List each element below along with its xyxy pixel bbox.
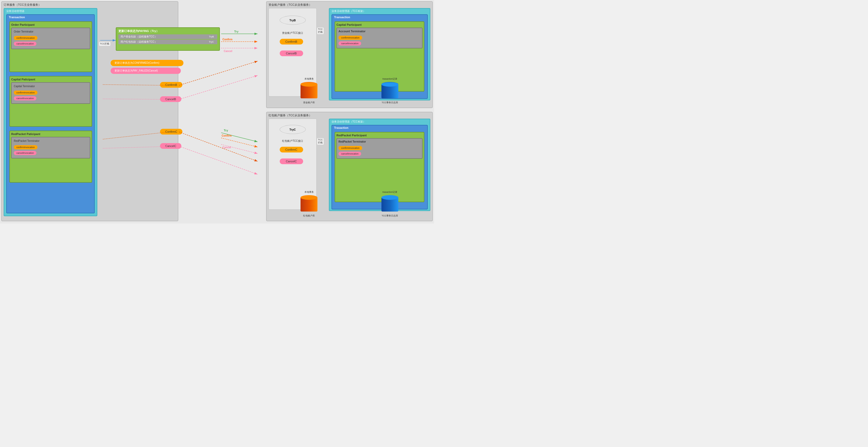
redpacket-confirm-right-invocation: confirmInvocation <box>339 146 362 150</box>
capital-db-cylinder <box>301 82 317 100</box>
redpacket-log-name: TCC事务日志库 <box>382 214 398 218</box>
capital-terminator-box: Capital Terminator confirmInvocation can… <box>11 82 90 104</box>
redpacket-local-tx-group: 本地事务 红包账户库 <box>301 190 317 218</box>
redpacket-participant-right-title: RedPacket Participant <box>336 134 423 137</box>
transaction-right-redpacket-title: Trasaction <box>334 126 348 129</box>
capital-participant-right-title: Capital Participant <box>336 23 423 26</box>
tryB-label: TryB <box>289 19 296 22</box>
redpacket-terminator-right-box: RedPacket Terminator confirmInvocation c… <box>336 138 423 159</box>
redpacket-tcc-interface-title: 红包账户TCC接口 <box>271 138 314 144</box>
account-cancel-invocation: cancelInvocation <box>339 41 361 45</box>
capital-local-tx-label: 本地事务 <box>304 77 314 81</box>
capital-service-panel: 资金账户服务（TCC从业务服务） TryB 资金账户TCC接口 ConfirmB… <box>266 1 433 108</box>
redpacket-confirmC-label: ConfirmC <box>280 147 303 153</box>
capital-cancelB-label: CancelB <box>280 51 303 56</box>
redpacket-participant-left-box: RedPacket Paticipant RedPacket Terminato… <box>9 131 92 183</box>
paying-box: 更新订单状态为PAYING（Try） 用户资金扣款（远程服务TCC） TryB … <box>116 27 220 51</box>
account-confirm-invocation: confirmInvocation <box>339 36 362 40</box>
transaction-left: Transaction Order Participant Order Term… <box>6 14 95 213</box>
order-terminator-box: Order Terminator confirmInvocation cance… <box>11 28 90 49</box>
capital-local-tx-group: 本地事务 资金账户库 <box>301 77 317 104</box>
order-participant-title: Order Participant <box>11 23 90 26</box>
paying-row-2-text: 用户红包扣款（远程服务TCC） <box>121 40 157 44</box>
capital-log-name: TCC事务日志库 <box>382 101 398 104</box>
order-terminator-title: Order Terminator <box>14 30 88 33</box>
redpacket-cancel-invocation: cancelInvocation <box>14 151 36 155</box>
order-cancel-invocation: cancelInvocation <box>14 42 36 46</box>
transaction-left-title: Transaction <box>9 15 25 19</box>
redpacket-cancelC-label: CancelC <box>280 158 303 164</box>
confirmC-label: ConfirmC <box>160 129 182 134</box>
order-participant-box: Order Participant Order Terminator confi… <box>9 21 92 72</box>
paying-row-2-badge: TryC <box>208 40 215 43</box>
redpacket-tx-log-label: trasaction记录 <box>382 190 397 194</box>
redpacket-db-cylinder <box>301 195 317 213</box>
paying-row-2: 用户红包扣款（远程服务TCC） TryC <box>118 39 217 44</box>
redpacket-participant-left-title: RedPacket Paticipant <box>11 132 90 135</box>
biz-manager-right-redpacket-title: 业务活动管理器（TCC框架） <box>332 120 366 124</box>
main-container: 订单服务（TCC主业务服务） 业务活动管理器 Transaction Order… <box>0 0 434 224</box>
redpacket-db-area: 本地事务 红包账户库 trasaction记录 TCC事务日志库 <box>269 191 430 217</box>
capital-confirmB-label: ConfirmB <box>280 39 303 44</box>
redpacket-tx-log-group: trasaction记录 TCC事务日志库 <box>381 190 398 218</box>
redpacket-cancel-right-invocation: cancelInvocation <box>339 152 361 156</box>
capital-participant-left-box: Capital Paticipant Capital Terminator co… <box>9 76 92 127</box>
redpacket-confirm-invocation: confirmInvocation <box>14 145 37 149</box>
tryC-label: TryC <box>289 128 296 131</box>
cancelB-ellipse: CancelB <box>160 96 181 102</box>
biz-manager-left: 业务活动管理器 Transaction Order Participant Or… <box>4 8 97 216</box>
capital-cancel-invocation: cancelInvocation <box>14 96 36 100</box>
redpacket-tcc-intercept: TCC拦截 <box>317 138 324 145</box>
cancelB-label: CancelB <box>160 96 181 102</box>
capital-confirm-invocation: confirmInvocation <box>14 91 37 95</box>
redpacket-log-cylinder <box>381 195 398 213</box>
redpacket-service-panel: 红包账户服务（TCC从业务服务） TryC 红包账户TCC接口 ConfirmC… <box>266 112 433 221</box>
capital-tx-log-label: trasaction记录 <box>382 77 397 81</box>
biz-manager-right-capital-title: 业务活动管理器（TCC框架） <box>332 9 366 13</box>
capital-terminator-title: Capital Terminator <box>14 85 88 88</box>
capital-db-name: 资金账户库 <box>303 101 315 104</box>
capital-tcc-intercept: TCC拦截 <box>317 28 324 34</box>
paying-row-1-badge: TryB <box>208 35 215 38</box>
redpacket-service-title: 红包账户服务（TCC从业务服务） <box>269 114 312 117</box>
order-service-title: 订单服务（TCC主业务服务） <box>4 3 41 7</box>
biz-manager-left-title: 业务活动管理器 <box>6 9 25 13</box>
capital-participant-left-title: Capital Paticipant <box>11 78 90 81</box>
middle-section: 更新订单状态为PAYING（Try） 用户资金扣款（远程服务TCC） TryB … <box>103 1 254 221</box>
account-terminator-box: Account Terminator confirmInvocation can… <box>336 28 423 49</box>
capital-log-cylinder <box>381 82 398 100</box>
confirmB-label: ConfirmB <box>160 82 182 88</box>
confirmB-ellipse: ConfirmB <box>160 82 182 88</box>
cancelC-label: CancelC <box>160 143 181 149</box>
redpacket-terminator-box: RedPacket Terminator confirmInvocation c… <box>11 137 90 158</box>
confirmed-box: 更新订单状态为CONFIRMED(Confirm) <box>111 60 183 66</box>
capital-service-title: 资金账户服务（TCC从业务服务） <box>269 3 312 7</box>
redpacket-local-tx-label: 本地事务 <box>304 190 314 194</box>
paying-row-1-text: 用户资金扣款（远程服务TCC） <box>121 35 157 38</box>
capital-db-area: 本地事务 资金账户库 trasaction记录 TCC事务日志库 <box>269 78 430 104</box>
order-confirm-invocation: confirmInvocation <box>14 36 37 40</box>
redpacket-terminator-title: RedPacket Terminator <box>14 139 88 142</box>
account-terminator-title: Account Terminator <box>339 30 421 33</box>
capital-tx-log-group: trasaction记录 TCC事务日志库 <box>381 77 398 104</box>
redpacket-db-name: 红包账户库 <box>303 214 315 218</box>
redpacket-terminator-right-title: RedPacket Terminator <box>339 140 421 143</box>
confirmC-ellipse: ConfirmC <box>160 129 182 134</box>
paying-title: 更新订单状态为PAYING（Try） <box>118 29 217 33</box>
paying-row-1: 用户资金扣款（远程服务TCC） TryB <box>118 34 217 39</box>
failed-box: 更新订单状态为PAY_FAILED(Cancel) <box>111 68 181 74</box>
cancelC-ellipse: CancelC <box>160 143 181 149</box>
capital-tcc-interface-title: 资金账户TCC接口 <box>271 30 314 36</box>
transaction-right-capital-title: Transaction <box>334 15 350 19</box>
